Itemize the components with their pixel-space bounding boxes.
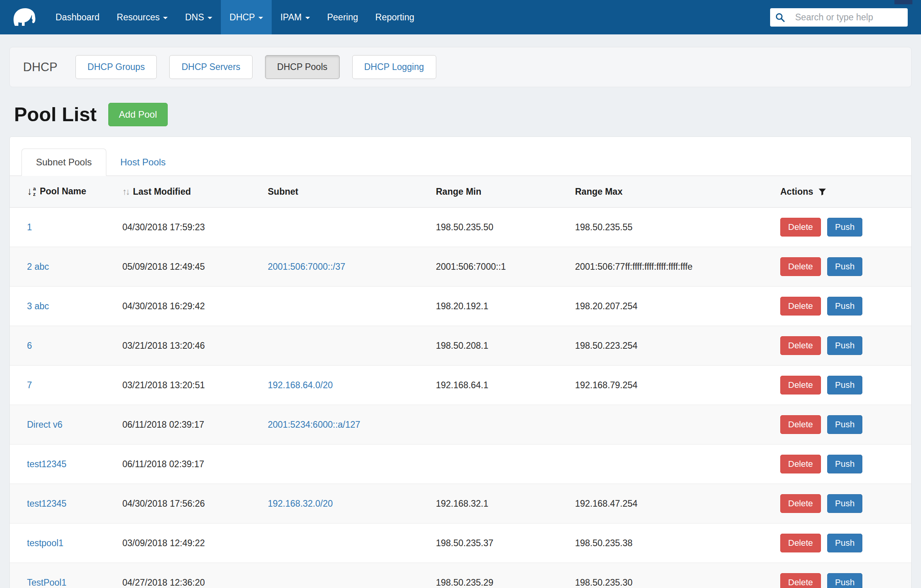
range-min-cell: 198.50.235.29 — [430, 563, 569, 588]
nav-reporting[interactable]: Reporting — [367, 0, 423, 34]
push-button[interactable]: Push — [827, 534, 862, 552]
subnet-link[interactable]: 192.168.32.0/20 — [268, 498, 333, 509]
col-subnet: Subnet — [262, 176, 430, 208]
table-row: 7 03/21/2018 13:20:51 192.168.64.0/20 19… — [10, 366, 911, 405]
search-input[interactable] — [790, 8, 908, 27]
tab-subnet-pools[interactable]: Subnet Pools — [22, 149, 106, 176]
pool-name-cell: TestPool1 — [10, 563, 116, 588]
pool-name-link[interactable]: 2 abc — [27, 262, 49, 272]
last-modified-cell: 04/30/2018 17:56:26 — [116, 484, 262, 523]
last-modified-cell: 03/21/2018 13:20:46 — [116, 326, 262, 366]
nav-peering[interactable]: Peering — [319, 0, 367, 34]
tab-host-pools[interactable]: Host Pools — [106, 149, 180, 176]
last-modified-cell: 06/11/2018 02:39:17 — [116, 405, 262, 445]
nav-dhcp[interactable]: DHCP — [221, 0, 272, 34]
actions-cell: Delete Push — [774, 484, 911, 523]
push-button[interactable]: Push — [827, 573, 862, 588]
subnet-cell: 192.168.32.0/20 — [262, 484, 430, 523]
table-row: 2 abc 05/09/2018 12:49:45 2001:506:7000:… — [10, 247, 911, 287]
range-max-cell — [569, 405, 774, 445]
sort-alphabetical-icon[interactable]: ↓ a z — [27, 186, 36, 197]
delete-button[interactable]: Delete — [780, 257, 821, 276]
delete-button[interactable]: Delete — [780, 573, 821, 588]
pool-name-link[interactable]: 6 — [27, 341, 32, 351]
dhcp-servers-button[interactable]: DHCP Servers — [169, 55, 252, 79]
range-max-cell: 192.168.79.254 — [569, 366, 774, 405]
col-label: Range Min — [436, 186, 481, 197]
push-button[interactable]: Push — [827, 494, 862, 513]
filter-icon[interactable] — [818, 187, 827, 196]
col-label: Actions — [780, 186, 813, 197]
pool-name-cell: 6 — [10, 326, 116, 366]
pool-name-link[interactable]: testpool1 — [27, 538, 63, 548]
col-last-modified[interactable]: ↑↓ Last Modified — [116, 176, 262, 208]
push-button[interactable]: Push — [827, 336, 862, 355]
range-max-cell: 198.50.223.254 — [569, 326, 774, 366]
nav-resources[interactable]: Resources — [108, 0, 177, 34]
subnet-cell — [262, 445, 430, 484]
search-icon[interactable] — [770, 8, 790, 27]
actions-cell: Delete Push — [774, 208, 911, 247]
page-header: Pool List Add Pool — [14, 103, 912, 126]
range-max-cell — [569, 445, 774, 484]
push-button[interactable]: Push — [827, 257, 862, 276]
pool-name-link[interactable]: Direct v6 — [27, 419, 63, 430]
sort-updown-icon[interactable]: ↑↓ — [122, 186, 129, 197]
push-button[interactable]: Push — [827, 297, 862, 316]
subnav-title: DHCP — [23, 60, 57, 74]
actions-cell: Delete Push — [774, 366, 911, 405]
add-pool-button[interactable]: Add Pool — [108, 103, 167, 126]
delete-button[interactable]: Delete — [780, 415, 821, 434]
subnet-link[interactable]: 192.168.64.0/20 — [268, 380, 333, 390]
subnet-link[interactable]: 2001:5234:6000::a/127 — [268, 419, 360, 430]
subnet-link[interactable]: 2001:506:7000::/37 — [268, 262, 345, 272]
col-pool-name[interactable]: ↓ a z Pool Name — [10, 176, 116, 208]
pool-name-cell: test12345 — [10, 484, 116, 523]
nav-dns[interactable]: DNS — [176, 0, 221, 34]
delete-button[interactable]: Delete — [780, 455, 821, 473]
pool-name-link[interactable]: 7 — [27, 380, 32, 390]
pool-name-cell: test12345 — [10, 445, 116, 484]
delete-button[interactable]: Delete — [780, 218, 821, 237]
push-button[interactable]: Push — [827, 218, 862, 237]
table-row: 6 03/21/2018 13:20:46 198.50.208.1 198.5… — [10, 326, 911, 366]
pool-name-cell: 2 abc — [10, 247, 116, 287]
pool-name-link[interactable]: 1 — [27, 222, 32, 232]
table-row: Direct v6 06/11/2018 02:39:17 2001:5234:… — [10, 405, 911, 445]
delete-button[interactable]: Delete — [780, 297, 821, 316]
push-button[interactable]: Push — [827, 376, 862, 394]
last-modified-cell: 04/30/2018 17:59:23 — [116, 208, 262, 247]
subnet-cell: 2001:5234:6000::a/127 — [262, 405, 430, 445]
range-min-cell: 2001:506:7000::1 — [430, 247, 569, 287]
range-min-cell: 198.50.208.1 — [430, 326, 569, 366]
col-range-min: Range Min — [430, 176, 569, 208]
app-logo[interactable] — [10, 0, 47, 34]
nav-label: DHCP — [229, 12, 255, 23]
pool-name-link[interactable]: test12345 — [27, 459, 66, 469]
nav-dashboard[interactable]: Dashboard — [47, 0, 108, 34]
dhcp-subnav: DHCP DHCP Groups DHCP Servers DHCP Pools… — [9, 47, 912, 87]
nav-label: Dashboard — [56, 12, 100, 23]
delete-button[interactable]: Delete — [780, 376, 821, 394]
pool-name-link[interactable]: 3 abc — [27, 301, 49, 311]
last-modified-cell: 04/27/2018 12:36:20 — [116, 563, 262, 588]
delete-button[interactable]: Delete — [780, 534, 821, 552]
table-header-row: ↓ a z Pool Name ↑↓ Last Modified — [10, 176, 911, 208]
col-label: Subnet — [268, 186, 298, 197]
delete-button[interactable]: Delete — [780, 336, 821, 355]
delete-button[interactable]: Delete — [780, 494, 821, 513]
pool-name-link[interactable]: test12345 — [27, 498, 66, 509]
nav-ipam[interactable]: IPAM — [272, 0, 319, 34]
last-modified-cell: 03/21/2018 13:20:51 — [116, 366, 262, 405]
pool-name-link[interactable]: TestPool1 — [27, 577, 66, 588]
last-modified-cell: 05/09/2018 12:49:45 — [116, 247, 262, 287]
dhcp-groups-button[interactable]: DHCP Groups — [75, 55, 157, 79]
dhcp-pools-button[interactable]: DHCP Pools — [265, 55, 340, 79]
table-row: test12345 06/11/2018 02:39:17 Delete Pus… — [10, 445, 911, 484]
dhcp-logging-button[interactable]: DHCP Logging — [352, 55, 436, 79]
range-min-cell — [430, 405, 569, 445]
push-button[interactable]: Push — [827, 415, 862, 434]
page-title: Pool List — [14, 103, 97, 126]
pool-name-cell: 3 abc — [10, 287, 116, 326]
push-button[interactable]: Push — [827, 455, 862, 473]
